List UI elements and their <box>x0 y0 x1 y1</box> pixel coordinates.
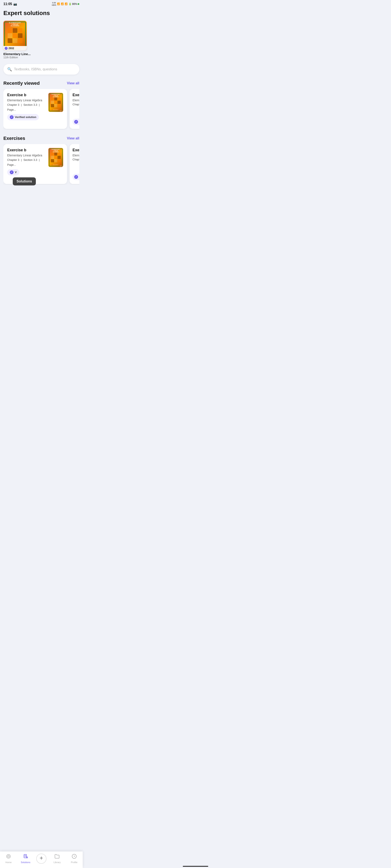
book-cover-grid <box>8 28 23 43</box>
signal-icon-2: 📶 <box>61 3 64 5</box>
featured-book-count: 2932 <box>8 47 14 50</box>
search-placeholder: Textbooks, ISBNs, questions <box>14 67 57 71</box>
ex-title-1: Exercise b <box>7 148 46 152</box>
ex-partial-chapter-2: Chapte <box>72 158 79 161</box>
status-time: 11:05 <box>3 2 12 6</box>
ex-verified-text-1: V <box>15 170 17 174</box>
exercises-view-all[interactable]: View all <box>67 136 79 140</box>
exercise-page-1: Page... <box>7 108 16 111</box>
book-thumb-1: ELEMENTARYLINEARALGEBRA Howard Anton WIL… <box>48 93 63 112</box>
ex-verified-icon-1 <box>10 170 13 174</box>
green-dot <box>78 3 79 5</box>
ex-partial-verified-icon-2 <box>74 175 78 179</box>
recently-viewed-view-all[interactable]: View all <box>67 82 79 85</box>
page-title: Expert solutions <box>3 10 79 17</box>
camera-icon: 📷 <box>13 2 17 6</box>
verified-badge-1: Verified solution <box>7 114 39 120</box>
featured-book-card[interactable]: ELEMENTARYLINEARALGEBRA Howard Anton WIL… <box>3 21 27 51</box>
partial-verified-2: V <box>72 119 79 125</box>
status-icons: 0.00KB/S 📶 📶 📶 🔋 86% <box>52 2 79 6</box>
book-cover-title: ELEMENTARYLINEARALGEBRA <box>3 22 27 27</box>
wifi-icon: 📶 <box>65 3 68 5</box>
verified-icon-small <box>5 47 8 50</box>
featured-book-edition: 11th Edition <box>3 56 79 59</box>
exercise-chapter-1: Chapter 3 <box>7 103 19 106</box>
ex-book-thumb-1: ELEMENTARYLINEARALGEBRA Howard Anton WIL… <box>48 148 63 167</box>
ex-book-1: Elementary Linear Algebra <box>7 154 46 157</box>
featured-book-badge: 2932 <box>3 46 27 51</box>
signal-icon-1: 📶 <box>57 3 60 5</box>
exercise-book-1: Elementary Linear Algebra <box>7 98 46 102</box>
recently-viewed-card-1[interactable]: Exercise b Elementary Linear Algebra Cha… <box>3 89 67 129</box>
ex-partial-verified-2: V <box>72 174 79 180</box>
featured-book-title: Elementary Line... <box>3 52 79 56</box>
verified-icon-1 <box>10 115 13 119</box>
ex-section-1: Section 3.3 <box>23 158 37 161</box>
recently-viewed-card-2[interactable]: Exerc Elemen Chapte V <box>69 89 79 129</box>
recently-viewed-scroll: Exercise b Elementary Linear Algebra Cha… <box>3 89 79 130</box>
status-bar: 11:05 📷 0.00KB/S 📶 📶 📶 🔋 86% <box>0 0 83 7</box>
data-speed: 0.00KB/S <box>52 2 56 6</box>
search-bar[interactable]: 🔍 Textbooks, ISBNs, questions <box>3 64 79 74</box>
partial-verified-icon-2 <box>74 120 78 124</box>
exercise-title-1: Exercise b <box>7 93 46 97</box>
search-icon: 🔍 <box>7 67 12 72</box>
exercises-header: Exercises View all <box>3 135 79 141</box>
solutions-tooltip: Solutions <box>13 177 36 185</box>
exercise-section-1: Section 3.3 <box>23 103 37 106</box>
recently-viewed-title: Recently viewed <box>3 81 40 86</box>
verified-text-1: Verified solution <box>15 116 36 119</box>
exercise-card-2[interactable]: Exerc Elemen Chapte V <box>69 144 79 184</box>
recently-viewed-header: Recently viewed View all <box>3 81 79 86</box>
partial-book-2: Elemen <box>72 98 79 102</box>
ex-partial-title-2: Exerc <box>72 148 79 152</box>
ex-partial-book-2: Elemen <box>72 154 79 157</box>
exercise-meta-1: Chapter 3 | Section 3.3 | Page... <box>7 103 46 111</box>
battery-icon: 🔋 86% <box>68 3 79 5</box>
ex-page-1: Page... <box>7 163 16 166</box>
ex-verified-1: V <box>7 169 19 176</box>
featured-book: ELEMENTARYLINEARALGEBRA Howard Anton WIL… <box>3 21 79 59</box>
partial-title-2: Exerc <box>72 93 79 97</box>
ex-chapter-1: Chapter 3 <box>7 158 19 161</box>
partial-chapter-2: Chapte <box>72 103 79 106</box>
exercises-title: Exercises <box>3 135 25 141</box>
main-content: Expert solutions ELEMENTARYLINEARALGEBRA <box>0 7 83 208</box>
ex-meta-1: Chapter 3 | Section 3.3 | Page... <box>7 158 46 166</box>
